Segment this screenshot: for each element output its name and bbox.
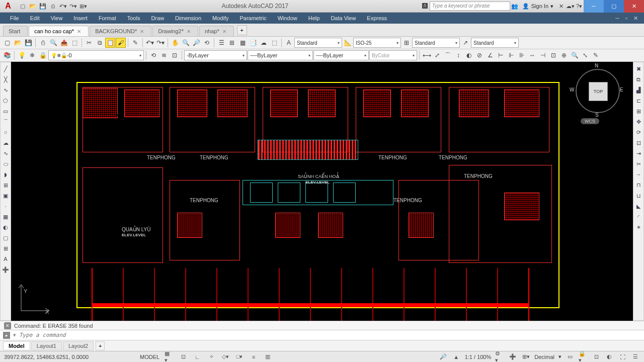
autodesk-icon[interactable]: 🅰 [421,2,430,11]
lwt-icon[interactable]: ≡ [249,352,258,361]
doc-max-icon[interactable]: ▫ [623,15,630,22]
menu-dimension[interactable]: Dimension [170,14,206,22]
close-button[interactable]: ✕ [624,0,644,13]
transp-icon[interactable]: ▥ [263,352,272,361]
pline-icon[interactable]: ∿ [1,85,10,95]
lockui-icon[interactable]: 🔒▾ [579,352,588,361]
spline-icon[interactable]: ∿ [1,149,10,158]
gear-icon[interactable]: ⚙ ▾ [495,352,504,361]
dimedit-icon[interactable]: ✎ [591,50,601,60]
layerfreeze-icon[interactable]: ❄ [27,50,37,60]
mleaderstyle-dropdown[interactable]: Standard [471,38,519,48]
undo-icon[interactable]: ↶▾ [145,38,155,48]
toolpal-icon[interactable]: ▦ [237,38,248,48]
redo-icon[interactable]: ↷▾ [155,38,166,48]
menu-edit[interactable]: Edit [25,14,45,22]
dim-quick-icon[interactable]: ⊢ [496,50,506,60]
preview-icon[interactable]: 🔍 [48,38,58,48]
textstyle-icon[interactable]: A [284,38,294,48]
tablestyle-icon[interactable]: ⊞ [401,38,412,48]
menu-help[interactable]: Help [303,14,325,22]
ellipsearc-icon[interactable]: ◗ [1,170,10,179]
blockeditor-icon[interactable]: ✎ [130,38,140,48]
insert-icon[interactable]: ⊞ [1,180,10,190]
dimstyle-icon[interactable]: 📐 [343,38,353,48]
qcalc-icon[interactable]: ⬚ [269,38,279,48]
polar-icon[interactable]: ✧ [207,352,216,361]
dim-aligned-icon[interactable]: ⤢ [432,50,442,60]
offset-icon[interactable]: ⊏ [634,96,643,105]
arc-icon[interactable]: ⌒ [1,117,10,126]
paste-icon[interactable]: 📋 [105,38,115,48]
tab-start[interactable]: Start [3,26,28,36]
tab-layout2[interactable]: Layout2 [63,341,94,350]
wcs-badge[interactable]: WCS [581,118,599,124]
erase-icon[interactable]: ✖ [634,64,643,73]
dim-space-icon[interactable]: ↔ [527,50,537,60]
fillet-icon[interactable]: ◜ [634,212,643,221]
scale-label[interactable]: 1:1 / 100% [465,354,492,360]
qnew-icon[interactable]: ▢ [2,38,12,48]
properties-icon[interactable]: ☰ [216,38,226,48]
addselected-icon[interactable]: ➕ [1,265,10,274]
snap-icon[interactable]: ⊡ [179,352,188,361]
copy-icon[interactable]: ⧉ [634,75,643,84]
scale-icon[interactable]: ⊡ [634,138,643,147]
close-icon[interactable]: ✕ [222,29,226,34]
units-label[interactable]: Decimal [534,354,554,360]
save-icon[interactable]: 💾 [38,2,47,11]
infocenter-icon[interactable]: 👥 [510,2,519,11]
zoomwin-icon[interactable]: 🔎 [191,38,201,48]
close-icon[interactable]: ✕ [187,29,191,34]
zoomprev-icon[interactable]: ⟲ [202,38,212,48]
dim-arc-icon[interactable]: ⌒ [443,50,453,60]
3ddwf-icon[interactable]: ⬚ [69,38,79,48]
annomon-icon[interactable]: ➕ [508,352,517,361]
plotstyle-dropdown[interactable]: ByColor [369,50,417,60]
open-icon[interactable]: 📂 [28,2,37,11]
mtext-icon[interactable]: A [1,254,10,263]
mleaderstyle-icon[interactable]: ↗ [460,38,470,48]
minimize-button[interactable]: ─ [584,0,604,13]
dcenter-icon[interactable]: ⊞ [227,38,237,48]
viewcube[interactable]: TOP N S E W WCS [573,66,623,126]
dim-radius-icon[interactable]: ◐ [464,50,474,60]
custom-icon[interactable]: ☰ [631,352,640,361]
tab-nhap[interactable]: nhap*✕ [199,26,234,36]
stretch-icon[interactable]: ⇥ [634,149,643,158]
tab-layout1[interactable]: Layout1 [31,341,62,350]
move-icon[interactable]: ✥ [634,117,643,126]
zoomrt-icon[interactable]: 🔍 [181,38,191,48]
join-icon[interactable]: ⊔ [634,191,643,200]
cut-icon[interactable]: ✂ [84,38,94,48]
lineweight-dropdown[interactable]: ── ByLayer [313,50,369,60]
open-icon[interactable]: 📂 [13,38,23,48]
new-tab-button[interactable]: + [237,25,247,35]
tab-drawing2[interactable]: Drawing2*✕ [152,26,198,36]
color-dropdown[interactable]: ▫ ByLayer [184,50,247,60]
space-label[interactable]: MODEL [140,354,159,360]
ellipse-icon[interactable]: ⬭ [1,159,10,168]
signin-button[interactable]: 👤Sign In▾ [522,3,553,10]
hatch-icon[interactable]: ▦ [1,212,10,221]
layerfilter-icon[interactable]: 💡 [17,50,27,60]
model-space[interactable]: TENPHONG TENPHONG TENPHONG TENPHONG TENP… [11,62,633,321]
command-input[interactable] [19,332,641,338]
a360-icon[interactable]: ☁▾ [566,2,575,11]
isodraft-icon[interactable]: ◇▾ [221,352,230,361]
markup-icon[interactable]: ☁ [259,38,269,48]
chamfer-icon[interactable]: ◣ [634,202,643,211]
layerprops-icon[interactable]: 📚 [2,50,12,60]
inspect-icon[interactable]: 🔍 [570,50,580,60]
workspace-icon[interactable]: ⊞▾ [78,2,88,11]
search-input[interactable]: Type a keyword or phrase [430,2,510,11]
plot-icon[interactable]: ⎙ [38,38,48,48]
array-icon[interactable]: ⊞ [634,107,643,116]
block-icon[interactable]: ▣ [1,191,10,200]
centermark-icon[interactable]: ⊕ [559,50,569,60]
tolerance-icon[interactable]: ⊡ [548,50,558,60]
hwacc-icon[interactable]: ◐ [605,352,614,361]
menu-express[interactable]: Express [362,14,392,22]
isolate-icon[interactable]: ⊡ [592,352,601,361]
dim-ang-icon[interactable]: ∠ [485,50,495,60]
